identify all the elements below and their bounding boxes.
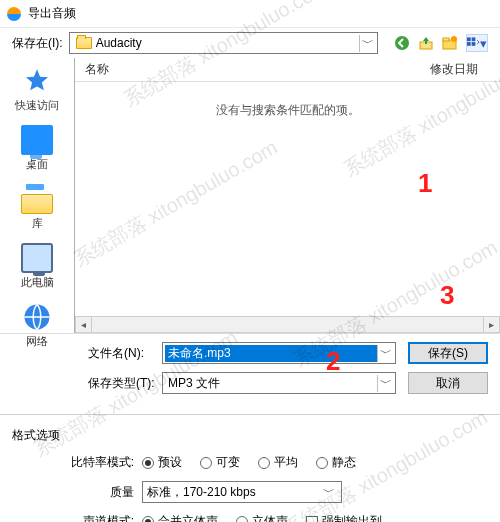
channel-joint-radio[interactable]: 合并立体声 <box>142 513 218 522</box>
filetype-label: 保存类型(T): <box>88 375 162 392</box>
channel-label: 声道模式: <box>66 513 142 522</box>
filetype-value: MP3 文件 <box>165 375 377 392</box>
bitrate-variable-radio[interactable]: 可变 <box>200 454 240 471</box>
save-in-label: 保存在(I): <box>12 35 63 52</box>
channel-row: 声道模式: 合并立体声 立体声 强制输出到 <box>12 513 488 522</box>
annotation-number-3: 3 <box>440 280 454 311</box>
filename-input[interactable]: 未命名.mp3 ﹀ <box>162 342 396 364</box>
bitrate-label: 比特率模式: <box>66 454 142 471</box>
horizontal-scrollbar[interactable]: ◂ ▸ <box>75 316 500 333</box>
quality-combo[interactable]: 标准，170-210 kbps ﹀ <box>142 481 342 503</box>
places-sidebar: 快速访问 桌面 库 此电脑 网络 <box>0 58 74 333</box>
view-menu-icon[interactable]: ▾ <box>466 34 488 52</box>
titlebar: 导出音频 <box>0 0 500 28</box>
place-quick-access[interactable]: 快速访问 <box>0 62 74 121</box>
column-date[interactable]: 修改日期 <box>420 61 500 78</box>
nav-icons: ▾ <box>394 34 488 52</box>
svg-rect-3 <box>443 38 449 41</box>
annotation-number-2: 2 <box>326 346 340 377</box>
desktop-icon <box>21 125 53 155</box>
format-options-title: 格式选项 <box>12 427 488 444</box>
filename-label: 文件名(N): <box>88 345 162 362</box>
save-in-value: Audacity <box>96 36 359 50</box>
form-area: 文件名(N): 未命名.mp3 ﹀ 保存(S) 保存类型(T): MP3 文件 … <box>0 334 500 412</box>
place-label: 库 <box>32 216 43 231</box>
annotation-number-1: 1 <box>418 168 432 199</box>
file-list[interactable]: 没有与搜索条件匹配的项。 <box>75 82 500 316</box>
channel-stereo-radio[interactable]: 立体声 <box>236 513 288 522</box>
column-name[interactable]: 名称 <box>75 61 420 78</box>
audacity-icon <box>6 6 22 22</box>
bitrate-static-radio[interactable]: 静态 <box>316 454 356 471</box>
place-label: 此电脑 <box>21 275 54 290</box>
channel-radio-group: 合并立体声 立体声 强制输出到 <box>142 513 382 522</box>
save-button[interactable]: 保存(S) <box>408 342 488 364</box>
chevron-down-icon[interactable]: ﹀ <box>377 375 393 392</box>
place-label: 桌面 <box>26 157 48 172</box>
star-icon <box>21 66 53 96</box>
file-list-area: 名称 修改日期 没有与搜索条件匹配的项。 ◂ ▸ <box>74 58 500 333</box>
location-row: 保存在(I): Audacity ﹀ ▾ <box>0 28 500 58</box>
place-libraries[interactable]: 库 <box>0 180 74 239</box>
svg-rect-6 <box>472 37 476 41</box>
cancel-button[interactable]: 取消 <box>408 372 488 394</box>
quality-label: 质量 <box>66 484 142 501</box>
empty-message: 没有与搜索条件匹配的项。 <box>216 102 360 119</box>
save-in-combo[interactable]: Audacity ﹀ <box>69 32 378 54</box>
filename-value: 未命名.mp3 <box>165 345 377 362</box>
scroll-track[interactable] <box>92 316 483 333</box>
chevron-down-icon[interactable]: ﹀ <box>359 35 375 52</box>
window-title: 导出音频 <box>28 5 76 22</box>
scroll-left-icon[interactable]: ◂ <box>75 316 92 333</box>
place-this-pc[interactable]: 此电脑 <box>0 239 74 298</box>
filetype-combo[interactable]: MP3 文件 ﹀ <box>162 372 396 394</box>
this-pc-icon <box>21 243 53 273</box>
network-icon <box>21 302 53 332</box>
bitrate-radio-group: 预设 可变 平均 静态 <box>142 454 356 471</box>
quality-row: 质量 标准，170-210 kbps ﹀ <box>12 481 488 503</box>
svg-point-0 <box>395 36 409 50</box>
up-one-level-icon[interactable] <box>418 35 434 51</box>
bitrate-row: 比特率模式: 预设 可变 平均 静态 <box>12 454 488 471</box>
chevron-down-icon[interactable]: ﹀ <box>321 484 337 501</box>
filename-row: 文件名(N): 未命名.mp3 ﹀ 保存(S) <box>88 342 488 364</box>
folder-icon <box>76 37 92 49</box>
back-icon[interactable] <box>394 35 410 51</box>
bitrate-preset-radio[interactable]: 预设 <box>142 454 182 471</box>
place-label: 快速访问 <box>15 98 59 113</box>
quality-value: 标准，170-210 kbps <box>147 484 321 501</box>
place-desktop[interactable]: 桌面 <box>0 121 74 180</box>
svg-point-4 <box>451 36 457 42</box>
force-export-check[interactable]: 强制输出到 <box>306 513 382 522</box>
libraries-icon <box>21 184 53 214</box>
divider <box>0 414 500 415</box>
scroll-right-icon[interactable]: ▸ <box>483 316 500 333</box>
svg-rect-5 <box>467 37 471 41</box>
column-headers: 名称 修改日期 <box>75 58 500 82</box>
new-folder-icon[interactable] <box>442 35 458 51</box>
filetype-row: 保存类型(T): MP3 文件 ﹀ 取消 <box>88 372 488 394</box>
export-audio-dialog: 导出音频 保存在(I): Audacity ﹀ ▾ <box>0 0 500 522</box>
bitrate-average-radio[interactable]: 平均 <box>258 454 298 471</box>
format-options: 格式选项 比特率模式: 预设 可变 平均 静态 质量 标准，170-210 kb… <box>0 423 500 522</box>
svg-rect-8 <box>472 42 476 46</box>
chevron-down-icon[interactable]: ﹀ <box>377 345 393 362</box>
svg-rect-7 <box>467 42 471 46</box>
